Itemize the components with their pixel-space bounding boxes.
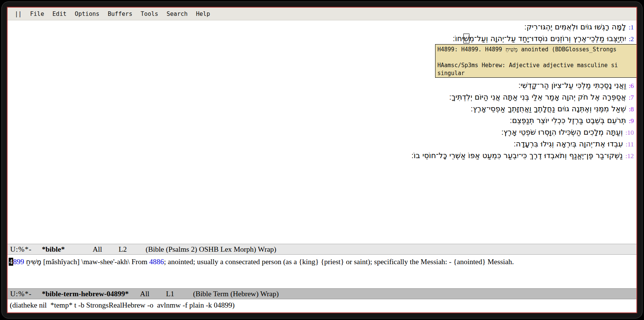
verse-line-10: וְעַתָּה מְלָכִים הַשְׂכִּילוּ הִוָּסְרו…: [501, 128, 634, 137]
verse-number-link[interactable]: :12: [626, 152, 634, 160]
modeline-flags: U:%*-: [10, 290, 32, 298]
verse-line-7: אֲסַפְּרָה אֶל חֹק יְהוָה אָמַר אֵלַי בְ…: [449, 92, 634, 102]
modeline-modes[interactable]: (Bible (Psalms 2) OSHB Lex Morph) Wrap): [146, 245, 276, 254]
verse-hebrew-text: נַשְּׁקוּ־בַר פֶּן־יֶאֱנַף וְתֹאבְדוּ דֶ…: [411, 151, 623, 160]
modeline-flags: U:%*-: [10, 245, 32, 254]
modeline-term: U:%*- *bible-term-hebrew-04899* All L1 (…: [8, 288, 636, 299]
tooltip-line: singular: [437, 69, 635, 77]
verse-number-link[interactable]: :6: [629, 82, 634, 90]
menu-item-search[interactable]: Search: [163, 11, 192, 17]
verse-line-8: שְׁאַל מִמֶּנִּי וְאֶתְּנָה גוֹיִם נַחֲל…: [471, 104, 634, 113]
modeline-modes[interactable]: (Bible Term (Hebrew) Wrap): [193, 290, 279, 298]
menu-item-tools[interactable]: Tools: [136, 11, 163, 17]
verse-number-link[interactable]: :8: [629, 105, 634, 113]
hebrew-lemma: מָשִׁיחַ: [26, 258, 41, 266]
modeline-line-number: L1: [166, 290, 174, 298]
strongs-crossref-link[interactable]: 4886: [149, 258, 164, 266]
verse-line-2: יִתְיַצְּבוּ מַלְכֵי־אֶרֶץ וְרוֹזְנִים נ…: [453, 34, 634, 43]
verse-number-link[interactable]: :1: [629, 23, 634, 31]
verse-hebrew-text: תְּרֹעֵם בְּשֵׁבֶט בַּרְזֶל כִּכְלִי יוֹ…: [510, 116, 626, 125]
menu-item-options[interactable]: Options: [71, 11, 103, 17]
menu-item-file[interactable]: File: [26, 11, 48, 17]
emacs-window-frame: ||FileEditOptionsBuffersToolsSearchHelp …: [2, 2, 642, 318]
hollow-cursor-char[interactable]: שִׁ: [464, 34, 469, 43]
verse-hebrew-text: לָמָּה רָגְשׁוּ גוֹיִם וּלְאֻמִּים יֶהְג…: [524, 22, 626, 31]
tooltip-line: [437, 54, 635, 62]
verse-hebrew-text: וְעַתָּה מְלָכִים הַשְׂכִּילוּ הִוָּסְרו…: [501, 128, 623, 137]
verse-line-6: וַאֲנִי נָסַכְתִּי מַלְכִּי עַל־צִיּוֹן …: [518, 81, 634, 90]
modeline-bible: U:%*- *bible* All L2 (Bible (Psalms 2) O…: [8, 244, 636, 255]
echo-area[interactable]: (diatheke nil *temp* t -b StrongsRealHeb…: [8, 299, 636, 312]
modeline-buffer-name[interactable]: *bible-term-hebrew-04899*: [42, 290, 129, 298]
tooltip-line: HAamsc/Sp3ms Hebrew: Adjective adjective…: [437, 62, 635, 69]
term-buffer-window[interactable]: 4899 מָשִׁיחַ [mâshîyach] \maw-shee'-akh…: [8, 255, 636, 288]
menu-item-buffers[interactable]: Buffers: [104, 11, 136, 17]
text-cursor-block: 4: [9, 258, 13, 266]
definition-text-post: ; anointed; usually a consecrated person…: [164, 258, 514, 266]
modeline-buffer-name[interactable]: *bible*: [42, 245, 65, 254]
modeline-position: All: [140, 290, 149, 298]
modeline-position: All: [93, 245, 102, 254]
verse-line-9: תְּרֹעֵם בְּשֵׁבֶט בַּרְזֶל כִּכְלִי יוֹ…: [510, 116, 634, 125]
verse-line-12: נַשְּׁקוּ־בַר פֶּן־יֶאֱנַף וְתֹאבְדוּ דֶ…: [411, 151, 634, 160]
verse-text-after-cursor: יחוֹ׃: [453, 34, 464, 43]
emacs-frame-content: ||FileEditOptionsBuffersToolsSearchHelp …: [7, 7, 637, 313]
verse-hebrew-text: אֲסַפְּרָה אֶל חֹק יְהוָה אָמַר אֵלַי בְ…: [449, 92, 626, 102]
verse-number-link[interactable]: :7: [629, 94, 634, 102]
strongs-number-link[interactable]: 899: [13, 258, 24, 266]
bible-buffer-window[interactable]: H4899: H4899. H4899 מָשִׁיחַ anointed (B…: [8, 20, 636, 244]
definition-text-pre: [mâshîyach] \maw-shee'-akh\ From: [41, 258, 149, 266]
verse-number-link[interactable]: :10: [626, 129, 634, 137]
verse-line-11: עִבְדוּ אֶת־יְהוָה בְּיִרְאָה וְגִילוּ ב…: [514, 139, 634, 148]
tooltip-line: H4899: H4899. H4899 מָשִׁיחַ anointed (B…: [437, 46, 635, 54]
verse-hebrew-text: יִתְיַצְּבוּ מַלְכֵי־אֶרֶץ וְרוֹזְנִים נ…: [453, 34, 626, 43]
verse-number-link[interactable]: :9: [629, 117, 634, 125]
menu-item-help[interactable]: Help: [192, 11, 214, 17]
modeline-line-number: L2: [119, 245, 127, 254]
menu-separator: ||: [11, 11, 26, 17]
menu-item-edit[interactable]: Edit: [48, 11, 71, 17]
verse-hebrew-text: שְׁאַל מִמֶּנִּי וְאֶתְּנָה גוֹיִם נַחֲל…: [471, 104, 626, 113]
verse-number-link[interactable]: :11: [626, 140, 634, 148]
verse-hebrew-text: וַאֲנִי נָסַכְתִּי מַלְכִּי עַל־צִיּוֹן …: [518, 81, 626, 90]
verse-number-link[interactable]: :2: [629, 35, 634, 43]
verse-text-before-cursor: יִתְיַצְּבוּ מַלְכֵי־אֶרֶץ וְרוֹזְנִים נ…: [469, 34, 626, 43]
menu-bar: ||FileEditOptionsBuffersToolsSearchHelp: [8, 8, 636, 20]
verse-line-1: לָמָּה רָגְשׁוּ גוֹיִם וּלְאֻמִּים יֶהְג…: [524, 22, 634, 31]
verse-hebrew-text: עִבְדוּ אֶת־יְהוָה בְּיִרְאָה וְגִילוּ ב…: [514, 139, 623, 148]
strongs-tooltip: H4899: H4899. H4899 מָשִׁיחַ anointed (B…: [435, 44, 636, 78]
